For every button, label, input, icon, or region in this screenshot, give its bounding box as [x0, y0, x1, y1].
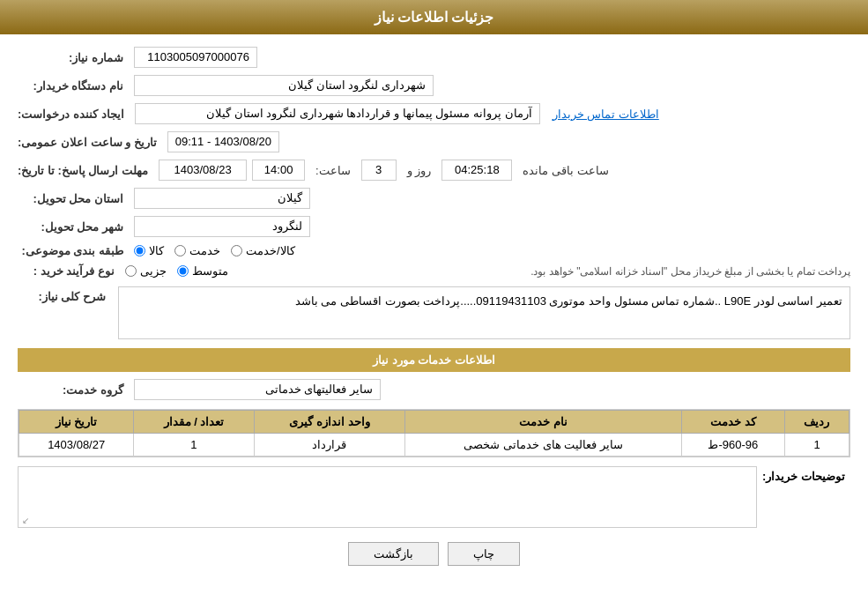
delivery-city-value: لنگرود: [134, 216, 310, 237]
announce-date-value: 1403/08/20 - 09:11: [167, 131, 279, 152]
buyer-notes-label: توضیحات خریدار:: [757, 466, 845, 483]
deadline-row: ساعت باقی مانده 04:25:18 روز و 3 ساعت: 1…: [18, 160, 850, 181]
need-number-row: 1103005097000076 شماره نیاز:: [18, 47, 850, 68]
requester-label: ایجاد کننده درخواست:: [18, 108, 124, 121]
button-row: چاپ بازگشت: [18, 542, 850, 580]
col-qty: تعداد / مقدار: [134, 411, 254, 434]
deadline-time-label: ساعت:: [315, 164, 351, 177]
back-button[interactable]: بازگشت: [348, 542, 439, 566]
buyer-org-label: نام دستگاه خریدار:: [18, 79, 123, 93]
remaining-time-label: ساعت باقی مانده: [523, 164, 608, 177]
category-kala-radio[interactable]: [134, 245, 145, 256]
category-khidmat[interactable]: خدمت: [174, 244, 220, 257]
service-group-label: گروه خدمت:: [18, 383, 123, 397]
process-motavasset[interactable]: متوسط: [177, 264, 228, 278]
service-group-row: سایر فعالیتهای خدماتی گروه خدمت:: [18, 379, 850, 400]
process-jozi-radio[interactable]: [125, 265, 137, 277]
page-title: جزئیات اطلاعات نیاز: [375, 10, 494, 25]
services-section-title: اطلاعات خدمات مورد نیاز: [18, 348, 850, 372]
buyer-org-value: شهرداری لنگرود استان گیلان: [134, 75, 434, 96]
table-cell: سایر فعالیت های خدماتی شخصی: [405, 434, 681, 457]
table-cell: 960-96-ط: [681, 434, 784, 457]
deadline-label: مهلت ارسال پاسخ: تا تاریخ:: [18, 164, 148, 177]
service-group-value: سایر فعالیتهای خدماتی: [134, 379, 381, 400]
buyer-notes-box: ↙: [18, 466, 757, 528]
category-kala-khidmat[interactable]: کالا/خدمت: [231, 244, 295, 257]
delivery-city-row: لنگرود شهر محل تحویل:: [18, 216, 850, 237]
delivery-city-label: شهر محل تحویل:: [18, 220, 123, 234]
buyer-org-row: شهرداری لنگرود استان گیلان نام دستگاه خر…: [18, 75, 850, 96]
remaining-days-value: 3: [361, 160, 397, 181]
services-table: ردیف کد خدمت نام خدمت واحد اندازه گیری ت…: [19, 410, 849, 457]
resize-handle: ↙: [20, 516, 29, 525]
category-kala[interactable]: کالا: [134, 244, 164, 257]
table-row: 1960-96-طسایر فعالیت های خدماتی شخصیقرار…: [19, 434, 849, 457]
print-button[interactable]: چاپ: [448, 542, 520, 566]
delivery-province-value: گیلان: [134, 188, 310, 209]
remaining-time-value: 04:25:18: [441, 160, 512, 181]
table-cell: 1403/08/27: [19, 434, 134, 457]
process-type-options: متوسط جزیی: [125, 264, 228, 278]
services-table-container: ردیف کد خدمت نام خدمت واحد اندازه گیری ت…: [18, 409, 850, 457]
need-number-label: شماره نیاز:: [18, 51, 123, 64]
col-code: کد خدمت: [681, 411, 784, 434]
need-number-value: 1103005097000076: [134, 47, 257, 68]
description-section: تعمیر اساسی لودر L90E ..شماره تماس مسئول…: [18, 286, 850, 339]
process-motavasset-radio[interactable]: [177, 265, 189, 277]
table-cell: 1: [134, 434, 254, 457]
deadline-time-value: 14:00: [252, 160, 305, 181]
category-label: طبقه بندی موضوعی:: [18, 244, 123, 257]
page-header: جزئیات اطلاعات نیاز: [0, 0, 868, 34]
process-jozi[interactable]: جزیی: [125, 264, 167, 278]
buyer-notes-row: توضیحات خریدار: ↙: [18, 466, 850, 528]
deadline-date-value: 1403/08/23: [159, 160, 247, 181]
requester-link[interactable]: اطلاعات تماس خریدار: [553, 108, 659, 121]
category-kala-khidmat-label: کالا/خدمت: [246, 244, 295, 257]
table-cell: قرارداد: [254, 434, 405, 457]
process-motavasset-label: متوسط: [192, 264, 228, 278]
requester-row: اطلاعات تماس خریدار آرمان پروانه مسئول پ…: [18, 103, 850, 124]
process-type-row: پرداخت تمام یا بخشی از مبلغ خریداز محل "…: [18, 264, 850, 278]
remaining-days-label: روز و: [407, 164, 432, 177]
description-label: شرح کلی نیاز:: [18, 286, 106, 303]
requester-value: آرمان پروانه مسئول پیمانها و قراردادها ش…: [135, 103, 540, 124]
col-unit: واحد اندازه گیری: [254, 411, 405, 434]
process-type-label: نوع فرآیند خرید :: [18, 264, 115, 278]
process-jozi-label: جزیی: [140, 264, 167, 278]
announce-date-label: تاریخ و ساعت اعلان عمومی:: [18, 136, 157, 149]
announce-date-row: 1403/08/20 - 09:11 تاریخ و ساعت اعلان عم…: [18, 131, 850, 152]
category-kala-label: کالا: [149, 244, 164, 257]
delivery-province-row: گیلان استان محل تحویل:: [18, 188, 850, 209]
col-index: ردیف: [784, 411, 849, 434]
description-value: تعمیر اساسی لودر L90E ..شماره تماس مسئول…: [118, 286, 850, 339]
table-cell: 1: [784, 434, 849, 457]
process-note: پرداخت تمام یا بخشی از مبلغ خریداز محل "…: [251, 265, 850, 278]
category-options: کالا/خدمت خدمت کالا: [134, 244, 295, 257]
category-kala-khidmat-radio[interactable]: [231, 245, 242, 256]
col-name: نام خدمت: [405, 411, 681, 434]
category-row: کالا/خدمت خدمت کالا طبقه بندی موضوعی:: [18, 244, 850, 257]
delivery-province-label: استان محل تحویل:: [18, 192, 123, 205]
category-khidmat-radio[interactable]: [174, 245, 186, 256]
col-date: تاریخ نیاز: [19, 411, 134, 434]
category-khidmat-label: خدمت: [189, 244, 220, 257]
